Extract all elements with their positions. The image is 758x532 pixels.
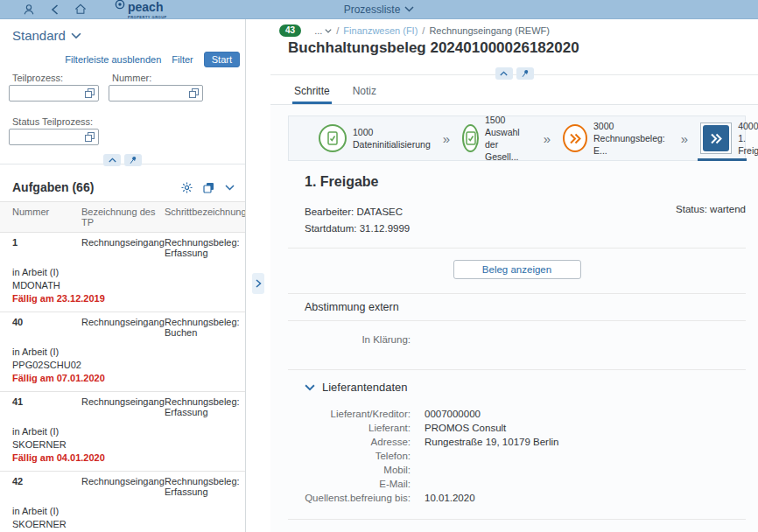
step-current-icon <box>700 122 732 154</box>
col-bezeichnung: Bezeichnung des TP <box>81 206 165 228</box>
tab-schritte[interactable]: Schritte <box>294 85 330 104</box>
home-icon[interactable] <box>74 4 87 15</box>
step-inprogress-icon <box>563 124 587 152</box>
table-row[interactable]: 41 Rechnungseingang Rechnungsbeleg: Erfa… <box>0 392 245 472</box>
chevron-down-icon <box>305 384 315 391</box>
collapse-header-button[interactable] <box>495 67 513 80</box>
value-help-icon[interactable] <box>85 88 95 98</box>
export-copy-icon[interactable] <box>203 182 214 193</box>
app-title[interactable]: Prozessliste <box>344 4 401 16</box>
tasks-column-header: Nummer Bezeichnung des TP Schrittbezeich… <box>0 201 245 233</box>
status-badge: 43 <box>279 24 301 37</box>
teilprozess-input[interactable] <box>13 88 85 99</box>
step-code: 3000 <box>593 120 669 132</box>
step-label: Rechnungsbeleg: E... <box>593 132 669 157</box>
row-status: in Arbeit (I) <box>12 505 240 518</box>
page-title: Buchhaltungsbeleg 202401000026182020 <box>279 37 746 66</box>
row-user: PPG02SCHU02 <box>12 359 240 372</box>
lieferantendaten-fields: Lieferant/Kreditor:0007000000 Lieferant:… <box>288 407 746 508</box>
nummer-field[interactable] <box>109 85 203 102</box>
step-separator-icon: » <box>681 131 688 146</box>
row-schritt: Rechnungsbeleg: Buchen <box>165 317 240 338</box>
chevron-down-icon <box>325 29 332 33</box>
step-4000-current[interactable]: 4000 1. Freigabe <box>700 116 758 161</box>
step-code: 1000 <box>353 126 431 138</box>
section-rechnungsdaten-toggle[interactable]: Rechnungsdaten <box>288 520 746 532</box>
detail-tabs: Schritte Notiz <box>270 80 758 105</box>
teilprozess-field[interactable] <box>9 85 99 102</box>
back-icon[interactable] <box>51 4 59 15</box>
breadcrumb-separator: / <box>422 25 425 36</box>
hide-filterbar-link[interactable]: Filterleiste ausblenden <box>65 54 161 65</box>
step-3000[interactable]: 3000 Rechnungsbeleg: E... <box>563 116 669 161</box>
col-nummer: Nummer <box>12 206 81 228</box>
status-teilprozess-input[interactable] <box>13 132 85 143</box>
nummer-input[interactable] <box>113 88 189 99</box>
teilprozess-label: Teilprozess: <box>9 73 99 83</box>
row-tp: Rechnungseingang <box>81 237 165 258</box>
section-abstimmung-title[interactable]: Abstimmung extern <box>288 294 746 320</box>
row-due-date: Fällig am 07.01.2020 <box>12 372 240 385</box>
value-help-icon[interactable] <box>85 132 95 142</box>
row-nummer: 1 <box>12 237 81 258</box>
tasks-header: Aufgaben (66) <box>12 180 181 194</box>
step-code: 4000 <box>738 120 758 132</box>
bearbeiter-row: Bearbeiter: DATASEC <box>305 204 410 220</box>
pin-icon[interactable] <box>124 154 142 166</box>
step-done-icon <box>319 124 347 152</box>
table-row[interactable]: 42 Rechnungseingang Rechnungsbeleg: Erfa… <box>0 472 245 532</box>
filter-link[interactable]: Filter <box>172 54 193 65</box>
row-due-date: Fällig am 04.01.2020 <box>12 452 240 465</box>
bearbeiter-value: DATASEC <box>356 206 403 217</box>
row-user: MDONATH <box>12 279 240 292</box>
row-nummer: 42 <box>12 476 81 497</box>
nummer-label: Nummer: <box>109 73 203 83</box>
step-label: Dateninitialisierung <box>353 138 431 150</box>
chevron-down-icon[interactable] <box>225 185 235 191</box>
step-label: 1. Freigabe <box>738 132 758 157</box>
step-1000[interactable]: 1000 Dateninitialisierung <box>319 116 431 161</box>
row-schritt: Rechnungsbeleg: Erfassung <box>165 396 240 417</box>
breadcrumb: 43 ... / Finanzwesen (FI) / Rechnungsein… <box>279 24 746 37</box>
step-done-icon <box>462 124 479 152</box>
step-code: 1500 <box>485 114 531 126</box>
logo-subtext: PROPERTY GROUP <box>128 15 167 19</box>
filter-collapse-bar <box>0 152 245 170</box>
settings-gear-icon[interactable] <box>181 182 193 193</box>
row-status: in Arbeit (I) <box>12 346 240 359</box>
table-row[interactable]: 40 Rechnungseingang Rechnungsbeleg: Buch… <box>0 312 245 392</box>
status-teilprozess-field[interactable] <box>9 129 99 145</box>
variant-selector[interactable]: Standard <box>0 19 245 45</box>
collapse-filter-button[interactable] <box>103 154 121 166</box>
tasks-list: 1 Rechnungseingang Rechnungsbeleg: Erfas… <box>0 233 245 532</box>
start-button[interactable]: Start <box>204 52 240 67</box>
row-tp: Rechnungseingang <box>81 476 165 497</box>
row-tp: Rechnungseingang <box>81 317 165 338</box>
pin-icon[interactable] <box>516 67 534 80</box>
header-collapse-bar <box>270 66 758 80</box>
step-1500[interactable]: 1500 Auswahl der Gesell... <box>462 116 531 161</box>
table-row[interactable]: 1 Rechnungseingang Rechnungsbeleg: Erfas… <box>0 233 245 312</box>
top-bar: peach PROPERTY GROUP Prozessliste <box>0 0 758 19</box>
step-heading: 1. Freigabe <box>305 174 746 190</box>
breadcrumb-link-finanzwesen[interactable]: Finanzwesen (FI) <box>343 25 418 36</box>
tab-notiz[interactable]: Notiz <box>353 85 376 104</box>
breadcrumb-current: Rechnungseingang (REWF) <box>429 25 550 36</box>
section-lieferantendaten-toggle[interactable]: Lieferantendaten <box>288 370 746 396</box>
row-status: in Arbeit (I) <box>12 425 240 438</box>
peach-logo-mark <box>115 0 125 10</box>
startdatum-row: Startdatum: 31.12.9999 <box>305 220 410 237</box>
step-separator-icon: » <box>443 131 450 146</box>
expand-panel-button[interactable] <box>252 273 264 294</box>
peach-logo[interactable]: peach PROPERTY GROUP <box>115 0 167 19</box>
breadcrumb-ellipsis[interactable]: ... <box>314 25 332 36</box>
col-schritt: Schrittbezeichnung <box>165 206 246 228</box>
field-row: In Klärung: <box>288 332 746 346</box>
row-tp: Rechnungseingang <box>81 396 165 417</box>
row-user: SKOERNER <box>12 518 240 531</box>
beleg-anzeigen-button[interactable]: Beleg anzeigen <box>453 260 581 279</box>
user-icon[interactable] <box>23 4 35 16</box>
value-help-icon[interactable] <box>189 88 199 98</box>
panel-splitter[interactable] <box>246 19 270 532</box>
chevron-down-icon[interactable] <box>404 6 414 12</box>
